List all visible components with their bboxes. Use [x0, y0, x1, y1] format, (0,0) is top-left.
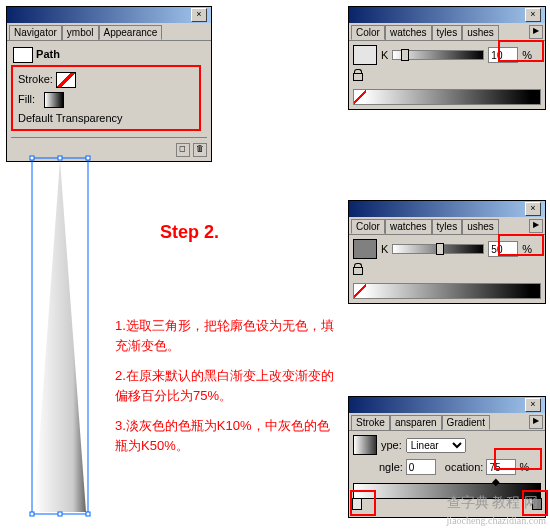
tab-appearance[interactable]: Appearance [99, 25, 163, 40]
tab-color[interactable]: Color [351, 25, 385, 40]
step-title: Step 2. [160, 222, 219, 243]
svg-marker-1 [34, 160, 86, 512]
channel-label: K [381, 49, 388, 61]
titlebar[interactable]: × [349, 201, 545, 217]
instruction-3: 3.淡灰色的色瓶为K10%，中灰色的色瓶为K50%。 [115, 416, 335, 455]
trash-icon[interactable]: 🗑 [193, 143, 207, 157]
highlight-k50 [498, 234, 544, 256]
svg-rect-3 [58, 156, 62, 160]
highlight-k10 [498, 40, 544, 62]
tab-brushes[interactable]: ushes [462, 25, 499, 40]
svg-rect-2 [30, 156, 34, 160]
fill-row: Fill: [16, 90, 196, 110]
k-slider[interactable] [392, 244, 484, 254]
svg-rect-4 [86, 156, 90, 160]
close-icon[interactable]: × [525, 8, 541, 22]
instruction-1: 1.选取三角形，把轮廓色设为无色，填充渐变色。 [115, 316, 335, 355]
fill-swatch[interactable] [44, 92, 64, 108]
angle-label: ngle: [379, 461, 403, 473]
path-label: Path [11, 45, 207, 65]
panel-body: Path Stroke: Fill: Default Transparency … [7, 40, 211, 161]
titlebar[interactable]: × [7, 7, 211, 23]
triangle-artwork[interactable] [8, 150, 108, 520]
close-icon[interactable]: × [525, 398, 541, 412]
type-select[interactable]: Linear [406, 438, 466, 453]
titlebar[interactable]: × [349, 397, 545, 413]
stroke-row: Stroke: [16, 70, 196, 90]
angle-input[interactable] [406, 459, 436, 475]
menu-icon[interactable]: ▶ [529, 219, 543, 233]
menu-icon[interactable]: ▶ [529, 415, 543, 429]
k-slider[interactable] [392, 50, 484, 60]
tab-color[interactable]: Color [351, 219, 385, 234]
tab-brushes[interactable]: ushes [462, 219, 499, 234]
tab-gradient[interactable]: Gradient [442, 415, 490, 430]
highlight-location [494, 448, 542, 470]
stroke-swatch[interactable] [56, 72, 76, 88]
tab-swatches[interactable]: watches [385, 219, 432, 234]
spectrum-bar[interactable] [353, 89, 541, 105]
tab-stroke[interactable]: Stroke [351, 415, 390, 430]
tab-transparency[interactable]: ansparen [390, 415, 442, 430]
appearance-panel: × Navigator ymbol Appearance Path Stroke… [6, 6, 212, 162]
tab-navigator[interactable]: Navigator [9, 25, 62, 40]
color-swatch[interactable] [353, 45, 377, 65]
type-label: ype: [381, 439, 402, 451]
channel-label: K [381, 243, 388, 255]
svg-rect-5 [30, 512, 34, 516]
transparency-label: Default Transparency [16, 110, 196, 126]
svg-rect-7 [86, 512, 90, 516]
tab-bar: Navigator ymbol Appearance [7, 23, 211, 40]
tab-styles[interactable]: tyles [432, 25, 463, 40]
titlebar[interactable]: × [349, 7, 545, 23]
tab-bar: Color watches tyles ushes ▶ [349, 217, 545, 234]
lock-icon[interactable] [353, 69, 363, 81]
fill-label: Fill: [18, 93, 35, 105]
tab-bar: Stroke ansparen Gradient ▶ [349, 413, 545, 430]
watermark: 查字典 教程 网 jiaocheng.chazidian.com [447, 494, 546, 528]
close-icon[interactable]: × [525, 202, 541, 216]
location-label: ocation: [445, 461, 484, 473]
spectrum-bar[interactable] [353, 283, 541, 299]
tab-symbol[interactable]: ymbol [62, 25, 99, 40]
tab-styles[interactable]: tyles [432, 219, 463, 234]
menu-icon[interactable]: ▶ [529, 25, 543, 39]
color-swatch[interactable] [353, 239, 377, 259]
stroke-label: Stroke: [18, 73, 53, 85]
path-swatch[interactable] [13, 47, 33, 63]
svg-rect-6 [58, 512, 62, 516]
highlight-stop-left [350, 490, 376, 516]
lock-icon[interactable] [353, 263, 363, 275]
tab-bar: Color watches tyles ushes ▶ [349, 23, 545, 40]
gradient-preview[interactable] [353, 435, 377, 455]
close-icon[interactable]: × [191, 8, 207, 22]
tab-swatches[interactable]: watches [385, 25, 432, 40]
new-icon[interactable]: ◻ [176, 143, 190, 157]
instruction-2: 2.在原来默认的黑白渐变上改变渐变的偏移百分比为75%。 [115, 366, 335, 405]
